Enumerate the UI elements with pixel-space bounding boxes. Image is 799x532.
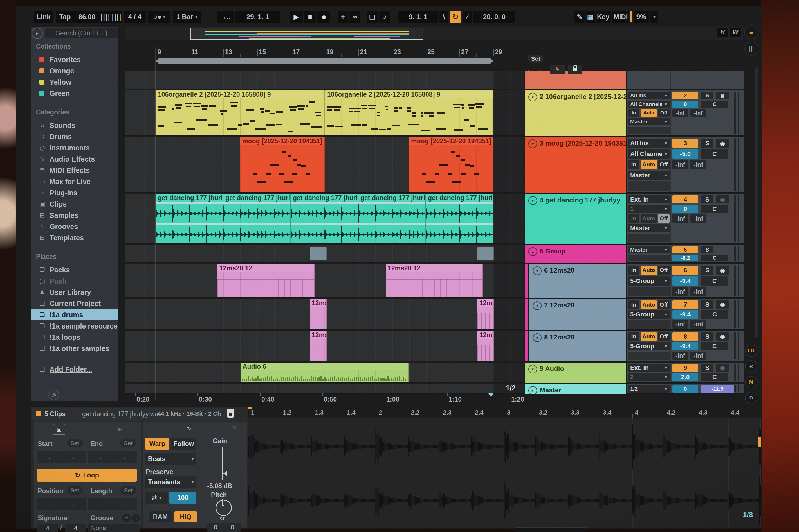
track-lane-9[interactable]: Audio 6: [125, 363, 524, 383]
end-value-field[interactable]: ..: [88, 451, 137, 463]
solo-button[interactable]: S: [701, 92, 713, 99]
pitch-knob[interactable]: [216, 500, 232, 516]
monitor-switch[interactable]: InAutoOff: [628, 160, 670, 169]
routing-select[interactable]: 1▼: [628, 205, 670, 213]
sidebar-item-templates[interactable]: ⊞Templates: [31, 232, 118, 243]
arm-button[interactable]: ◉: [716, 138, 729, 148]
track-fold-icon[interactable]: ▾: [528, 93, 537, 101]
clip-audio-6[interactable]: Audio 6: [240, 363, 409, 383]
draw-mode-button[interactable]: ✎: [575, 11, 585, 23]
clip-moog-2025-12-20-194351-3[interactable]: moog [2025-12-20 194351] 3: [240, 137, 325, 193]
sidebar-item-plug-ins[interactable]: ⌁Plug-Ins: [31, 187, 118, 198]
routing-select[interactable]: 5-Group▼: [628, 342, 670, 350]
ramp-down-icon[interactable]: ∖: [439, 11, 449, 23]
sidebar-item-user-library[interactable]: ♟User Library: [31, 287, 118, 298]
monitor-auto-button[interactable]: Auto: [641, 266, 657, 275]
tempo-field[interactable]: 86.00: [74, 11, 99, 23]
sidebar-item--1a-loops[interactable]: ❏!1a loops: [31, 331, 118, 343]
pan-field[interactable]: C: [701, 205, 728, 213]
track-activator[interactable]: 5: [672, 246, 698, 253]
track-fold-icon[interactable]: ▾: [528, 365, 537, 374]
track-header-3[interactable]: ▾3 moog [2025-12-20 194351]: [525, 137, 626, 194]
monitor-switch[interactable]: InAutoOff: [628, 300, 670, 309]
monitor-switch[interactable]: InAutoOff: [628, 266, 670, 275]
routing-select[interactable]: 5-Group▼: [628, 310, 670, 319]
monitor-auto-button[interactable]: Auto: [641, 214, 657, 223]
routing-select[interactable]: Ext. In▼: [628, 364, 670, 372]
show-mixer-button[interactable]: M: [745, 376, 757, 388]
browser-preview-button[interactable]: ◎: [49, 390, 59, 400]
pan-field[interactable]: C: [701, 373, 728, 381]
track-fold-icon[interactable]: ▸: [528, 386, 537, 395]
arm-button[interactable]: ◉: [716, 332, 729, 341]
optimize-width-button[interactable]: W: [730, 27, 741, 37]
monitor-auto-button[interactable]: Auto: [641, 160, 657, 169]
ramp-up-icon[interactable]: ∕: [462, 11, 472, 23]
routing-select[interactable]: 1/2▼: [628, 385, 670, 393]
computer-midi-keyboard-button[interactable]: ▦: [586, 11, 595, 23]
length-set-button[interactable]: Set: [121, 486, 136, 495]
start-set-button[interactable]: Set: [67, 439, 83, 448]
gain-slider-handle[interactable]: [223, 471, 227, 476]
pan-field[interactable]: C: [701, 342, 728, 350]
loop-length-field[interactable]: 20. 0. 0: [473, 11, 515, 23]
arrangement-position-field[interactable]: 29. 1. 1: [235, 11, 280, 23]
monitor-in-button[interactable]: In: [628, 266, 639, 275]
transient-loop-mode-select[interactable]: ⇄▾: [145, 492, 168, 504]
volume-field[interactable]: 2.0: [672, 373, 698, 381]
volume-field[interactable]: 0: [672, 385, 698, 393]
sidebar-item-samples[interactable]: ⊟Samples: [31, 210, 118, 221]
routing-select[interactable]: Master▼: [628, 118, 670, 125]
monitor-off-button[interactable]: Off: [658, 109, 670, 117]
pan-field[interactable]: C: [701, 101, 728, 108]
track-activator[interactable]: 2: [672, 92, 698, 99]
monitor-switch[interactable]: InAutoOff: [628, 109, 670, 117]
solo-button[interactable]: S: [701, 300, 713, 309]
send-field[interactable]: -inf: [672, 109, 688, 117]
clip-12ms[interactable]: 12ms: [310, 331, 327, 361]
loop-start-field[interactable]: 9. 1. 1: [398, 11, 438, 23]
monitor-in-button[interactable]: In: [628, 332, 639, 341]
track-name[interactable]: 9 Audio: [540, 365, 564, 373]
monitor-auto-button[interactable]: Auto: [641, 332, 657, 341]
show-delay-button[interactable]: D: [745, 392, 757, 404]
mixer-empty-field[interactable]: [628, 233, 670, 242]
solo-button[interactable]: S: [701, 246, 713, 253]
send-field[interactable]: -inf: [690, 320, 706, 328]
arrangement-loop-brace[interactable]: [156, 58, 493, 64]
routing-select[interactable]: Master▼: [628, 224, 670, 232]
send-field[interactable]: -inf: [690, 109, 706, 117]
nudge-up-button[interactable]: ||||: [111, 11, 122, 23]
send-field[interactable]: -inf: [690, 160, 706, 169]
arm-button[interactable]: ◉: [716, 92, 729, 99]
routing-select[interactable]: All Ins▼: [628, 92, 670, 99]
send-field[interactable]: -inf: [672, 352, 688, 360]
play-button[interactable]: ▶: [290, 11, 303, 23]
groove-hotswap-icon[interactable]: ⟳: [122, 514, 130, 522]
add-locator-button[interactable]: +: [338, 11, 348, 23]
clip-get-dancing-177-jhurlyy[interactable]: get dancing 177 jhurlyy: [156, 194, 223, 244]
monitor-off-button[interactable]: Off: [658, 300, 670, 309]
routing-select[interactable]: Master▼: [628, 171, 670, 180]
arm-button[interactable]: ◉: [716, 300, 729, 309]
tab-clip[interactable]: ▣: [53, 424, 65, 435]
monitor-in-button[interactable]: In: [628, 160, 639, 169]
sidebar-item-audio-effects[interactable]: ∿Audio Effects: [31, 153, 118, 165]
cpu-menu-button[interactable]: ▾: [651, 11, 658, 23]
sidebar-item-current-project[interactable]: ❏Current Project: [31, 298, 118, 309]
automation-pencil-button[interactable]: ✎: [550, 65, 565, 74]
volume-field[interactable]: -8.2: [672, 254, 698, 261]
link-button[interactable]: Link: [34, 11, 53, 23]
sidebar-item--1a-sample-resource[interactable]: ❏!1a sample resource: [31, 320, 118, 331]
sidebar-item-packs[interactable]: ❐Packs: [31, 264, 118, 276]
show-returns-button[interactable]: R: [745, 360, 757, 373]
solo-button[interactable]: S: [701, 266, 713, 275]
lock-envelopes-button[interactable]: [568, 65, 582, 74]
midi-map-button[interactable]: MIDI: [612, 11, 629, 23]
track-lane-3[interactable]: moog [2025-12-20 194351] 3moog [2025-12-…: [125, 137, 524, 193]
follow-warp-button[interactable]: Follow: [171, 438, 196, 450]
mixer-empty-field[interactable]: [628, 254, 670, 261]
clip-get-dancing-177-jhurlyy[interactable]: get dancing 177 jhurlyy: [223, 194, 291, 244]
arrangement-menu-button[interactable]: ≡: [744, 25, 759, 39]
follow-button[interactable]: →‥: [217, 11, 234, 23]
